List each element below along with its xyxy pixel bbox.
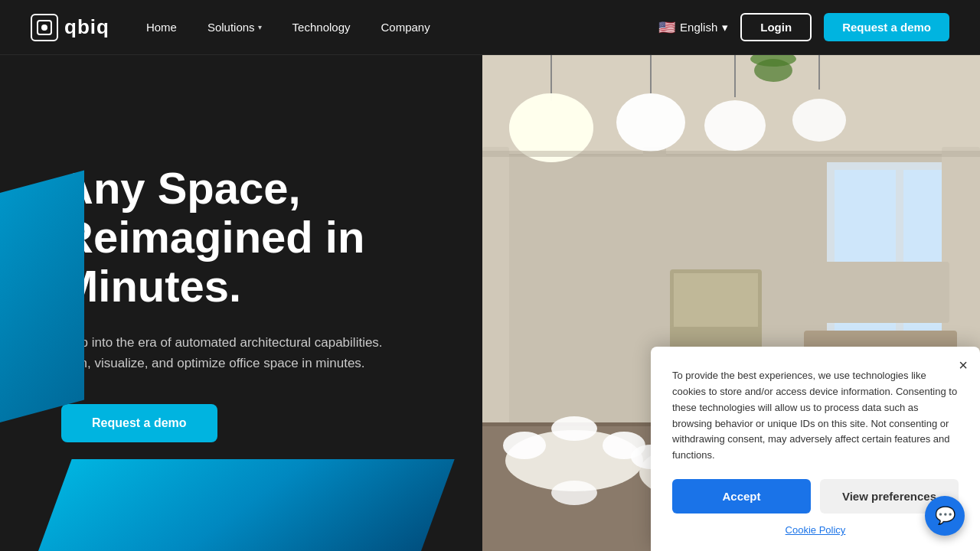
language-label: English [680,21,717,34]
request-demo-hero-button[interactable]: Request a demo [61,404,217,442]
hero-section: Any Space, Reimagined in Minutes. Step i… [0,55,980,551]
logo[interactable]: qbiq [31,14,109,41]
svg-rect-38 [674,273,758,327]
cookie-buttons: Accept View preferences [672,479,959,514]
svg-rect-39 [812,262,949,323]
accept-button[interactable]: Accept [672,479,811,514]
nav-links: Home Solutions ▾ Technology Company [146,21,622,34]
flag-icon: 🇺🇸 [658,19,675,36]
svg-point-31 [551,481,597,505]
blue-shape-bottom [38,459,455,551]
login-button[interactable]: Login [740,13,812,41]
nav-technology[interactable]: Technology [292,21,351,34]
svg-rect-40 [482,151,980,157]
svg-point-21 [754,59,792,82]
logo-text: qbiq [64,15,109,39]
svg-point-28 [503,432,546,459]
blue-shape-left [0,171,84,422]
logo-icon [31,14,58,41]
chat-button[interactable]: 💬 [925,496,965,536]
hero-title: Any Space, Reimagined in Minutes. [61,164,429,310]
language-selector[interactable]: 🇺🇸 English ▾ [658,19,728,36]
svg-point-1 [41,24,47,31]
navbar: qbiq Home Solutions ▾ Technology Company… [0,0,980,55]
svg-point-18 [704,100,766,151]
cookie-body-text: To provide the best experiences, we use … [672,368,959,464]
nav-solutions[interactable]: Solutions ▾ [207,21,262,34]
svg-point-19 [792,99,846,142]
language-chevron-icon: ▾ [722,21,728,34]
cookie-policy-link[interactable]: Cookie Policy [672,524,959,536]
nav-actions: 🇺🇸 English ▾ Login Request a demo [658,13,949,41]
cookie-close-button[interactable]: × [959,357,968,373]
request-demo-nav-button[interactable]: Request a demo [824,13,949,41]
svg-point-30 [551,416,597,441]
svg-point-17 [616,93,685,152]
chevron-down-icon: ▾ [258,23,262,31]
nav-company[interactable]: Company [381,21,430,34]
hero-subtitle: Step into the era of automated architect… [61,332,383,373]
chat-icon: 💬 [935,506,956,526]
nav-home[interactable]: Home [146,21,177,34]
